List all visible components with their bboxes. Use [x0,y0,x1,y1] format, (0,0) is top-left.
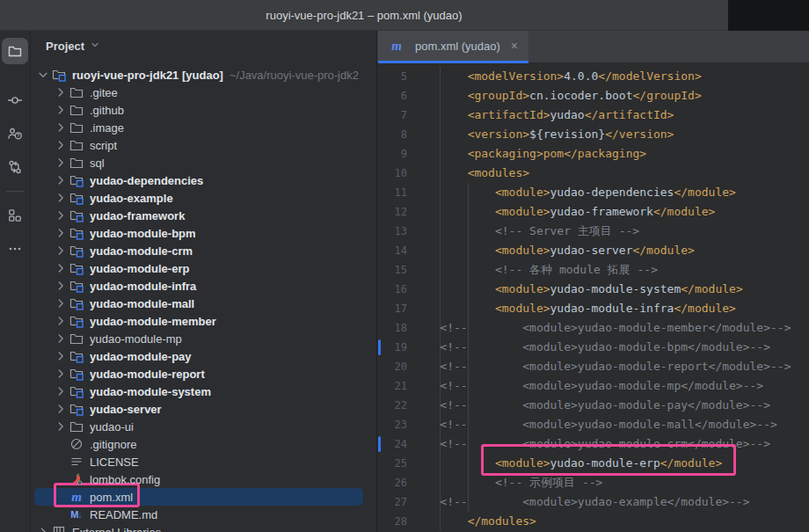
tool-commit-button[interactable] [2,87,28,113]
tool-structure-button[interactable] [2,202,28,229]
tree-item-yudao-framework[interactable]: yudao-framework [31,207,376,224]
tree-item-readme-md[interactable]: M↓README.md [31,506,376,523]
chevron-right-icon[interactable] [53,137,69,153]
tree-item-image[interactable]: .image [31,119,376,136]
editor-line-19[interactable]: 19 <!-- <module>yudao-module-bpm</module… [377,338,809,357]
line-number[interactable]: 22 [377,399,412,412]
tool-git-button[interactable] [2,154,28,180]
editor-line-21[interactable]: 21 <!-- <module>yudao-module-mp</module>… [377,376,809,396]
editor-line-28[interactable]: 28 </modules> [377,512,809,531]
editor-line-13[interactable]: 13 <!-- Server 主项目 --> [377,222,809,241]
line-number[interactable]: 27 [377,496,412,508]
editor-line-10[interactable]: 10 <modules> [377,164,809,183]
chevron-right-icon[interactable] [53,366,69,382]
tree-item-lombok-config[interactable]: lombok.config [31,470,376,488]
line-number[interactable]: 15 [377,264,412,276]
chevron-right-icon[interactable] [53,295,69,311]
line-number[interactable]: 19 [377,341,412,353]
editor-line-23[interactable]: 23 <!-- <module>yudao-module-mall</modul… [377,415,809,434]
chevron-right-icon[interactable] [53,84,69,100]
tree-item-sql[interactable]: sql [31,154,376,171]
chevron-right-icon[interactable] [53,313,69,329]
tree-item-yudao-dependencies[interactable]: yudao-dependencies [31,171,376,189]
tree-item-yudao-server[interactable]: yudao-server [31,400,376,418]
tree-item-license[interactable]: LICENSE [31,453,376,470]
line-number[interactable]: 11 [377,186,412,199]
tree-item-script[interactable]: script [31,136,376,154]
tree-item-gitee[interactable]: .gitee [31,84,376,101]
tree-item-yudao-module-erp[interactable]: yudao-module-erp [31,259,376,277]
chevron-right-icon[interactable] [53,225,69,241]
chevron-right-icon[interactable] [53,155,69,171]
line-number[interactable]: 25 [377,457,412,470]
editor-line-11[interactable]: 11 <module>yudao-dependencies</module> [377,183,809,202]
editor-line-12[interactable]: 12 <module>yudao-framework</module> [377,202,809,222]
line-number[interactable]: 26 [377,477,412,489]
line-number[interactable]: 10 [377,167,412,179]
editor-line-20[interactable]: 20 <!-- <module>yudao-module-report</mod… [377,357,809,376]
chevron-right-icon[interactable] [53,419,69,434]
tree-item-yudao-module-infra[interactable]: yudao-module-infra [31,277,376,295]
chevron-right-icon[interactable] [35,524,51,532]
line-number[interactable]: 5 [377,70,412,83]
line-number[interactable]: 7 [377,109,412,121]
tree-item-yudao-module-mall[interactable]: yudao-module-mall [31,295,376,312]
editor-line-25[interactable]: 25 <module>yudao-module-erp</module> [377,454,809,473]
line-number[interactable]: 21 [377,380,412,392]
chevron-right-icon[interactable] [53,331,69,346]
chevron-right-icon[interactable] [53,120,69,135]
line-number[interactable]: 20 [377,361,412,373]
tree-item-yudao-module-mp[interactable]: yudao-module-mp [31,330,376,347]
line-number[interactable]: 17 [377,302,412,315]
project-panel-header[interactable]: Project [31,31,376,62]
tree-item-github[interactable]: .github [31,101,376,119]
tree-item-yudao-module-system[interactable]: yudao-module-system [31,383,376,400]
close-icon[interactable]: × [511,39,518,53]
editor-line-8[interactable]: 8 <version>${revision}</version> [377,125,809,144]
tree-item-yudao-module-crm[interactable]: yudao-module-crm [31,242,376,259]
tool-more-button[interactable] [2,236,28,262]
editor-line-14[interactable]: 14 <module>yudao-server</module> [377,241,809,260]
tree-item-gitignore[interactable]: .gitignore [31,435,376,453]
chevron-right-icon[interactable] [53,278,69,294]
line-number[interactable]: 12 [377,206,412,218]
vcs-change-marker[interactable] [378,339,381,355]
line-number[interactable]: 28 [377,515,412,528]
chevron-right-icon[interactable] [53,260,69,276]
line-number[interactable]: 13 [377,225,412,237]
chevron-right-icon[interactable] [53,190,69,206]
editor-line-22[interactable]: 22 <!-- <module>yudao-module-pay</module… [377,396,809,415]
line-number[interactable]: 18 [377,322,412,334]
editor-line-16[interactable]: 16 <module>yudao-module-system</module> [377,280,809,299]
editor-line-24[interactable]: 24 <!-- <module>yudao-module-crm</module… [377,434,809,454]
tool-project-button[interactable] [2,38,28,64]
editor-line-7[interactable]: 7 <artifactId>yudao</artifactId> [377,106,809,125]
editor-line-6[interactable]: 6 <groupId>cn.iocoder.boot</groupId> [377,86,809,106]
tree-item-pom-xml[interactable]: mpom.xml [31,488,376,506]
tree-item-yudao-example[interactable]: yudao-example [31,189,376,207]
chevron-right-icon[interactable] [53,172,69,188]
chevron-right-icon[interactable] [53,401,69,417]
tab-pom-xml[interactable]: m pom.xml (yudao) × [378,31,528,63]
editor-line-9[interactable]: 9 <packaging>pom</packaging> [377,144,809,164]
editor-line-18[interactable]: 18 <!-- <module>yudao-module-member</mod… [377,318,809,338]
tree-item-external-libraries[interactable]: External Libraries [31,523,376,532]
chevron-right-icon[interactable] [53,243,69,259]
line-number[interactable]: 8 [377,128,412,141]
editor-line-27[interactable]: 27 <!-- <module>yudao-example</module>--… [377,492,809,512]
vcs-change-marker[interactable] [378,436,381,452]
chevron-right-icon[interactable] [53,383,69,399]
code-editor[interactable]: 5 <modelVersion>4.0.0</modelVersion>6 <g… [377,63,809,532]
line-number[interactable]: 9 [377,148,412,160]
editor-line-15[interactable]: 15 <!-- 各种 module 拓展 --> [377,260,809,280]
chevron-right-icon[interactable] [53,348,69,364]
editor-line-17[interactable]: 17 <module>yudao-module-infra</module> [377,299,809,318]
chevron-down-icon[interactable] [35,67,51,83]
line-number[interactable]: 6 [377,90,412,102]
tree-item-yudao-module-bpm[interactable]: yudao-module-bpm [31,224,376,242]
line-number[interactable]: 24 [377,438,412,450]
line-number[interactable]: 23 [377,419,412,431]
line-number[interactable]: 16 [377,283,412,295]
tree-item-yudao-ui[interactable]: yudao-ui [31,418,376,435]
line-number[interactable]: 14 [377,244,412,257]
